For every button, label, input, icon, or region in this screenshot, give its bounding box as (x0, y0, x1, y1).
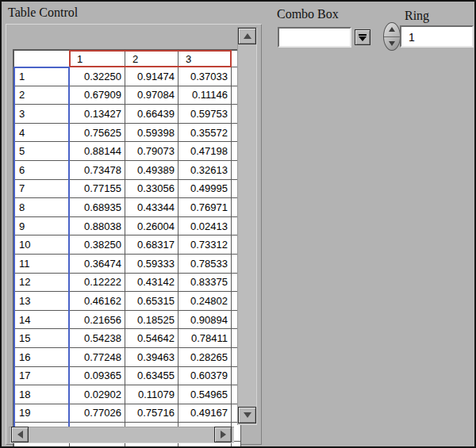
data-cell[interactable]: 0.59753 (178, 105, 232, 124)
data-cell[interactable]: 0.54238 (70, 329, 125, 348)
data-cell[interactable]: 0.79073 (125, 142, 178, 161)
data-cell[interactable]: 0.77026 (70, 404, 125, 423)
vertical-scrollbar[interactable] (237, 27, 257, 425)
data-cell[interactable]: 0.11146 (178, 86, 232, 105)
data-cell[interactable]: 0.32250 (70, 67, 125, 86)
row-header-cell[interactable]: 3 (14, 105, 70, 124)
ring-spinner (383, 22, 401, 51)
row-header-cell[interactable]: 18 (14, 385, 70, 404)
scroll-right-button[interactable] (214, 427, 232, 442)
combo-box-label: Combo Box (277, 7, 339, 21)
table-row: 9 0.88038 0.26004 0.02413 (14, 216, 242, 235)
data-cell[interactable]: 0.02902 (70, 385, 125, 404)
horizontal-scrollbar[interactable] (9, 427, 234, 443)
ring-decrement-button[interactable] (384, 37, 400, 51)
row-header-cell[interactable]: 5 (14, 142, 70, 161)
data-cell[interactable]: 0.68935 (70, 198, 125, 217)
data-cell[interactable]: 0.59333 (125, 254, 178, 273)
data-cell[interactable]: 0.21656 (70, 310, 125, 329)
row-header-cell[interactable]: 4 (14, 123, 70, 142)
table-grid[interactable]: 1 2 3 1 0.32250 0.91474 0.37033 2 0.6790… (13, 49, 241, 447)
down-arrow-icon (389, 41, 395, 46)
table-row: 5 0.88144 0.79073 0.47198 (14, 142, 242, 161)
data-cell[interactable]: 0.02413 (178, 216, 232, 235)
data-cell[interactable]: 0.60379 (178, 366, 232, 385)
data-cell[interactable]: 0.43344 (125, 198, 178, 217)
row-header-cell[interactable]: 7 (14, 179, 70, 198)
data-cell[interactable]: 0.97084 (125, 86, 178, 105)
data-cell[interactable]: 0.26004 (125, 216, 178, 235)
row-header-cell[interactable]: 2 (14, 86, 70, 105)
data-cell[interactable]: 0.11079 (125, 385, 178, 404)
table-row: 1 0.32250 0.91474 0.37033 (14, 67, 242, 86)
data-cell[interactable]: 0.68317 (125, 235, 178, 255)
combo-box-input[interactable] (278, 27, 351, 48)
data-cell[interactable]: 0.35572 (178, 123, 232, 142)
data-cell[interactable]: 0.37033 (178, 67, 232, 86)
row-header-cell[interactable]: 11 (14, 254, 70, 273)
data-cell[interactable]: 0.32613 (178, 160, 232, 179)
data-cell[interactable]: 0.24802 (178, 292, 232, 311)
data-cell[interactable]: 0.54965 (178, 385, 232, 404)
ring-value-input[interactable] (400, 25, 474, 48)
data-cell[interactable]: 0.63455 (125, 366, 178, 385)
data-cell[interactable]: 0.43142 (125, 273, 178, 292)
data-cell[interactable]: 0.88144 (70, 142, 125, 161)
data-cell[interactable]: 0.12222 (70, 273, 125, 292)
combo-dropdown-button[interactable] (355, 29, 370, 45)
row-header-cell[interactable]: 1 (14, 67, 70, 86)
data-cell[interactable]: 0.73478 (70, 160, 125, 179)
column-header-cell[interactable]: 3 (178, 51, 232, 67)
data-cell[interactable]: 0.13427 (70, 105, 125, 124)
data-cell[interactable]: 0.49167 (178, 404, 232, 423)
row-header-cell[interactable]: 17 (14, 366, 70, 385)
data-cell[interactable]: 0.91474 (125, 67, 178, 86)
row-header-cell[interactable]: 6 (14, 160, 70, 179)
data-cell[interactable]: 0.33056 (125, 179, 178, 198)
row-header-cell[interactable]: 15 (14, 329, 70, 348)
data-cell[interactable]: 0.36474 (70, 254, 125, 273)
row-header-cell[interactable]: 8 (14, 198, 70, 217)
data-cell[interactable]: 0.54642 (125, 329, 178, 348)
data-cell[interactable]: 0.66439 (125, 105, 178, 124)
corner-header-cell[interactable] (14, 51, 70, 67)
column-header-cell[interactable]: 2 (125, 51, 178, 67)
data-cell[interactable]: 0.73312 (178, 235, 232, 255)
data-cell[interactable]: 0.75716 (125, 404, 178, 423)
data-cell[interactable]: 0.77248 (70, 347, 125, 366)
scroll-left-button[interactable] (11, 427, 29, 442)
data-cell[interactable]: 0.39463 (125, 347, 178, 366)
data-cell[interactable]: 0.75625 (70, 123, 125, 142)
data-cell[interactable]: 0.78411 (178, 329, 232, 348)
scroll-down-button[interactable] (238, 407, 256, 423)
data-cell[interactable]: 0.76971 (178, 198, 232, 217)
row-header-cell[interactable]: 13 (14, 292, 70, 311)
data-cell[interactable]: 0.47198 (178, 142, 232, 161)
data-cell[interactable]: 0.38250 (70, 235, 125, 255)
table-header-row: 1 2 3 (14, 51, 242, 67)
data-cell[interactable]: 0.49389 (125, 160, 178, 179)
row-header-cell[interactable]: 16 (14, 347, 70, 366)
data-cell[interactable]: 0.46162 (70, 292, 125, 311)
table-row: 6 0.73478 0.49389 0.32613 (14, 160, 242, 179)
data-cell[interactable]: 0.78533 (178, 254, 232, 273)
data-cell[interactable]: 0.18525 (125, 310, 178, 329)
row-header-cell[interactable]: 9 (14, 216, 70, 235)
data-cell[interactable]: 0.77155 (70, 179, 125, 198)
ring-increment-button[interactable] (384, 23, 400, 37)
data-cell[interactable]: 0.49995 (178, 179, 232, 198)
data-cell[interactable]: 0.09365 (70, 366, 125, 385)
data-cell[interactable]: 0.59398 (125, 123, 178, 142)
data-cell[interactable]: 0.88038 (70, 216, 125, 235)
scroll-up-button[interactable] (238, 28, 256, 44)
row-header-cell[interactable]: 12 (14, 273, 70, 292)
row-header-cell[interactable]: 10 (14, 235, 70, 255)
data-cell[interactable]: 0.90894 (178, 310, 232, 329)
data-cell[interactable]: 0.28265 (178, 347, 232, 366)
data-cell[interactable]: 0.67909 (70, 86, 125, 105)
data-cell[interactable]: 0.65315 (125, 292, 178, 311)
column-header-cell[interactable]: 1 (70, 51, 125, 67)
row-header-cell[interactable]: 19 (14, 404, 70, 423)
row-header-cell[interactable]: 14 (14, 310, 70, 329)
data-cell[interactable]: 0.83375 (178, 273, 232, 292)
